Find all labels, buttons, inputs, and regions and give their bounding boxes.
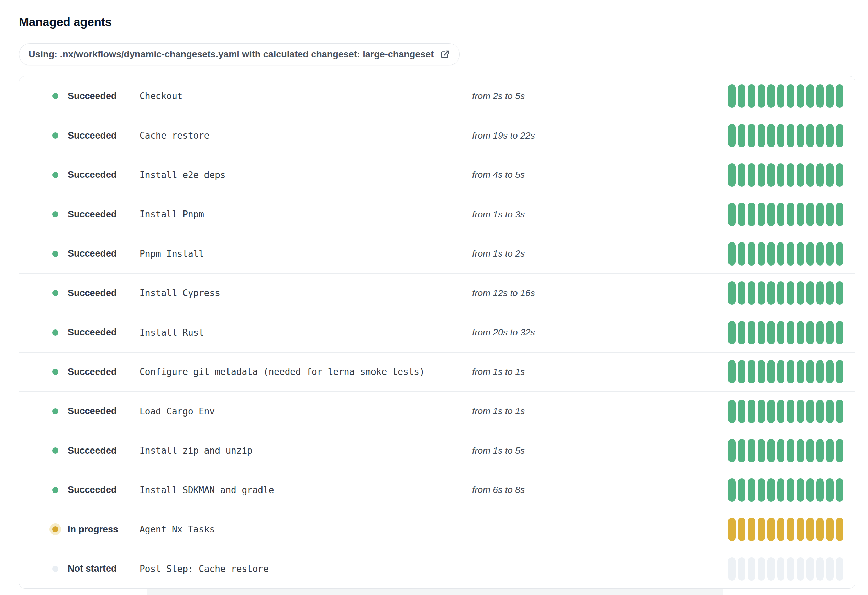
progress-segment <box>806 439 814 462</box>
progress-segment <box>797 360 805 383</box>
status-dot <box>52 172 58 178</box>
progress-segment <box>797 163 805 187</box>
progress-segment <box>797 242 805 265</box>
page-title: Managed agents <box>19 14 868 30</box>
progress-bar <box>728 124 843 147</box>
status-dot <box>52 251 58 257</box>
progress-segment <box>826 163 834 187</box>
progress-segment <box>836 478 844 502</box>
status-label: Succeeded <box>68 209 140 220</box>
agent-step-row[interactable]: Succeeded Install Rust from 20s to 32s <box>19 312 855 352</box>
progress-segment <box>836 124 844 147</box>
duration-range: from 1s to 3s <box>472 209 728 220</box>
status-dot <box>52 566 58 572</box>
agent-step-row[interactable]: Succeeded Install e2e deps from 4s to 5s <box>19 155 855 195</box>
status-label: Succeeded <box>68 367 140 377</box>
duration-range: from 1s to 1s <box>472 367 728 377</box>
duration-range: from 12s to 16s <box>472 288 728 299</box>
progress-segment <box>758 242 765 265</box>
status-label: Succeeded <box>68 288 140 299</box>
agent-step-row[interactable]: Succeeded Install zip and unzip from 1s … <box>19 431 855 471</box>
duration-range: from 1s to 1s <box>472 406 728 416</box>
progress-segment <box>777 478 785 502</box>
progress-segment <box>836 281 844 305</box>
progress-segment <box>758 203 765 226</box>
workflow-config-text: Using: .nx/workflows/dynamic-changesets.… <box>28 49 434 60</box>
progress-segment <box>738 360 745 383</box>
agent-step-row[interactable]: Succeeded Pnpm Install from 1s to 2s <box>19 234 855 274</box>
progress-segment <box>826 321 834 344</box>
step-name: Install e2e deps <box>140 170 472 180</box>
progress-segment <box>767 439 775 462</box>
progress-segment <box>767 281 775 305</box>
agent-step-row[interactable]: Not started Post Step: Cache restore <box>19 549 855 589</box>
progress-segment <box>787 400 794 423</box>
step-name: Agent Nx Tasks <box>140 524 472 534</box>
progress-bar <box>728 557 843 580</box>
status-label: Succeeded <box>68 446 140 456</box>
progress-segment <box>826 478 834 502</box>
progress-segment <box>836 518 844 541</box>
agent-step-row[interactable]: In progress Agent Nx Tasks <box>19 510 855 549</box>
progress-segment <box>738 400 745 423</box>
progress-segment <box>797 124 805 147</box>
progress-segment <box>767 321 775 344</box>
step-name: Install SDKMAN and gradle <box>140 485 472 495</box>
external-link-icon[interactable] <box>440 49 450 59</box>
status-dot <box>52 93 58 99</box>
progress-segment <box>777 321 785 344</box>
step-name: Checkout <box>140 91 472 101</box>
progress-segment <box>787 281 794 305</box>
duration-range: from 1s to 5s <box>472 446 728 456</box>
progress-segment <box>777 518 785 541</box>
progress-segment <box>806 163 814 187</box>
progress-segment <box>787 84 794 108</box>
progress-segment <box>728 439 736 462</box>
workflow-config-link[interactable]: Using: .nx/workflows/dynamic-changesets.… <box>19 43 460 65</box>
progress-segment <box>777 84 785 108</box>
progress-segment <box>767 84 775 108</box>
progress-bar <box>728 281 843 305</box>
progress-segment <box>738 84 745 108</box>
progress-segment <box>816 400 824 423</box>
agent-step-row[interactable]: Succeeded Configure git metadata (needed… <box>19 352 855 392</box>
progress-segment <box>748 242 755 265</box>
progress-segment <box>816 281 824 305</box>
progress-segment <box>806 203 814 226</box>
progress-segment <box>728 360 736 383</box>
progress-segment <box>816 478 824 502</box>
progress-segment <box>816 360 824 383</box>
progress-segment <box>787 360 794 383</box>
status-label: Not started <box>68 563 140 574</box>
agent-step-row[interactable]: Succeeded Install Cypress from 12s to 16… <box>19 274 855 313</box>
agent-step-row[interactable]: Succeeded Load Cargo Env from 1s to 1s <box>19 391 855 431</box>
progress-segment <box>816 439 824 462</box>
duration-range: from 6s to 8s <box>472 485 728 495</box>
step-name: Install zip and unzip <box>140 446 472 456</box>
duration-range: from 20s to 32s <box>472 327 728 338</box>
progress-segment <box>816 557 824 580</box>
progress-segment <box>767 557 775 580</box>
progress-segment <box>728 478 736 502</box>
progress-segment <box>738 478 745 502</box>
progress-bar <box>728 321 843 344</box>
progress-segment <box>748 518 755 541</box>
progress-segment <box>806 518 814 541</box>
agent-step-row[interactable]: Succeeded Cache restore from 19s to 22s <box>19 116 855 155</box>
agent-step-row[interactable]: Succeeded Install SDKMAN and gradle from… <box>19 470 855 510</box>
progress-segment <box>728 203 736 226</box>
progress-segment <box>816 124 824 147</box>
progress-segment <box>728 400 736 423</box>
progress-segment <box>797 439 805 462</box>
progress-segment <box>826 124 834 147</box>
progress-segment <box>728 163 736 187</box>
progress-segment <box>806 242 814 265</box>
progress-bar <box>728 242 843 265</box>
agent-step-row[interactable]: Succeeded Install Pnpm from 1s to 3s <box>19 195 855 234</box>
duration-range: from 1s to 2s <box>472 248 728 259</box>
progress-segment <box>777 163 785 187</box>
agent-step-row[interactable]: Succeeded Checkout from 2s to 5s <box>19 76 855 116</box>
progress-segment <box>758 478 765 502</box>
progress-segment <box>806 400 814 423</box>
status-dot <box>52 330 58 336</box>
